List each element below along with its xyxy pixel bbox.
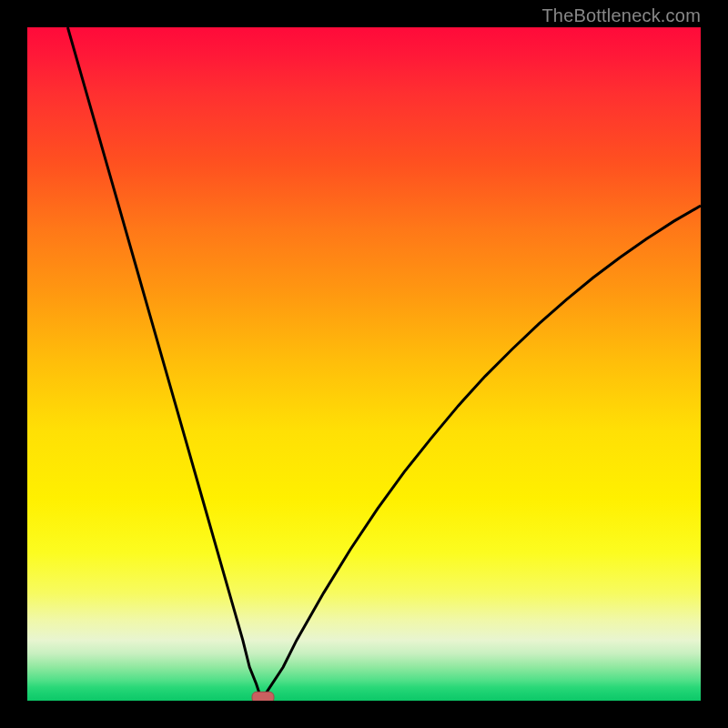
bottleneck-curve	[67, 27, 701, 694]
chart-svg	[27, 27, 701, 701]
watermark-text: TheBottleneck.com	[541, 5, 701, 26]
chart-frame: TheBottleneck.com	[0, 0, 728, 728]
plot-area	[27, 27, 701, 701]
minimum-marker	[252, 692, 274, 701]
